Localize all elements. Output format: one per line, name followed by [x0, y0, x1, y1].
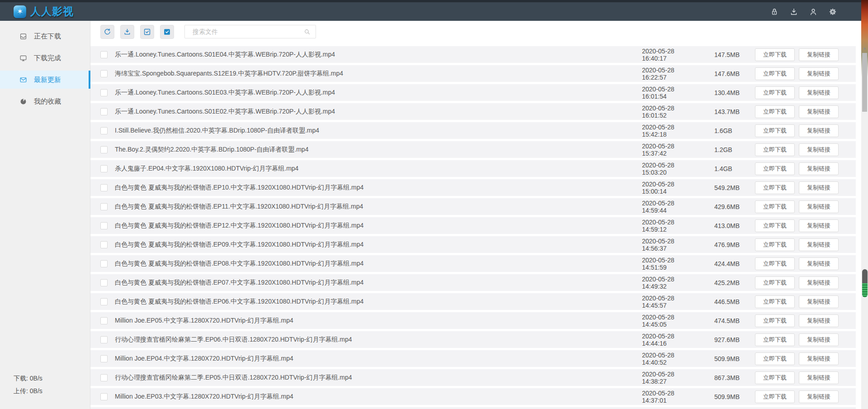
copy-link-button[interactable]: 复制链接 [799, 200, 839, 213]
copy-link-button[interactable]: 复制链接 [799, 162, 839, 175]
file-name: 白色与黄色 夏威夷与我的松饼物语.EP11.中文字幕.1920X1080.HDT… [115, 203, 642, 211]
copy-link-button[interactable]: 复制链接 [799, 390, 839, 403]
download-now-button[interactable]: 立即下载 [755, 181, 795, 194]
copy-link-button[interactable]: 复制链接 [799, 143, 839, 156]
sidebar-item-label: 正在下载 [34, 32, 61, 41]
file-row-partial [90, 407, 856, 409]
user-icon[interactable] [808, 7, 818, 17]
settings-gear-icon[interactable] [828, 7, 838, 17]
select-invert-button[interactable] [140, 25, 154, 39]
file-name: Million Joe.EP04.中文字幕.1280X720.HDTVrip-幻… [115, 355, 642, 363]
copy-link-button[interactable]: 复制链接 [799, 67, 839, 80]
download-now-button[interactable]: 立即下载 [755, 200, 795, 213]
download-now-button[interactable]: 立即下载 [755, 48, 795, 61]
download-now-button[interactable]: 立即下载 [755, 219, 795, 232]
row-checkbox[interactable] [100, 222, 108, 229]
row-actions: 立即下载 复制链接 [755, 390, 839, 403]
row-checkbox[interactable] [100, 51, 108, 58]
copy-link-button[interactable]: 复制链接 [799, 181, 839, 194]
copy-link-button[interactable]: 复制链接 [799, 295, 839, 308]
file-size: 549.2MB [714, 184, 755, 191]
select-all-button[interactable] [160, 25, 174, 39]
download-now-button[interactable]: 立即下载 [755, 333, 795, 346]
row-checkbox[interactable] [100, 336, 108, 343]
file-size: 147.5MB [714, 51, 755, 58]
green-grip-handle[interactable] [862, 269, 868, 297]
download-now-button[interactable]: 立即下载 [755, 352, 795, 365]
file-row: 乐一通.Looney.Tunes.Cartoons.S01E02.中英字幕.WE… [90, 103, 856, 120]
row-actions: 立即下载 复制链接 [755, 162, 839, 175]
row-checkbox[interactable] [100, 260, 108, 267]
download-now-button[interactable]: 立即下载 [755, 390, 795, 403]
download-now-button[interactable]: 立即下载 [755, 371, 795, 384]
download-now-button[interactable]: 立即下载 [755, 257, 795, 270]
row-checkbox[interactable] [100, 279, 108, 286]
download-now-button[interactable]: 立即下载 [755, 314, 795, 327]
file-row: 白色与黄色 夏威夷与我的松饼物语.EP10.中文字幕.1920X1080.HDT… [90, 179, 856, 196]
download-now-button[interactable]: 立即下载 [755, 238, 795, 251]
file-timestamp: 2020-05-28 14:45:05 [642, 314, 698, 328]
scrollbar-up-arrow[interactable]: ▲ [861, 46, 868, 51]
download-now-button[interactable]: 立即下载 [755, 162, 795, 175]
row-checkbox[interactable] [100, 317, 108, 324]
grip-stripes [862, 283, 868, 297]
row-checkbox[interactable] [100, 89, 108, 96]
download-now-button[interactable]: 立即下载 [755, 143, 795, 156]
download-icon[interactable] [789, 7, 799, 17]
file-size: 867.3MB [714, 374, 755, 381]
copy-link-button[interactable]: 复制链接 [799, 124, 839, 137]
download-now-button[interactable]: 立即下载 [755, 276, 795, 289]
file-size: 425.2MB [714, 279, 755, 286]
desktop-edge-strip: ▲ [861, 0, 868, 409]
row-checkbox[interactable] [100, 298, 108, 305]
copy-link-button[interactable]: 复制链接 [799, 371, 839, 384]
copy-link-button[interactable]: 复制链接 [799, 86, 839, 99]
search-icon [303, 28, 311, 36]
app-logo: ✶ 人人影视 [14, 5, 74, 19]
file-timestamp: 2020-05-28 14:59:12 [642, 219, 698, 233]
copy-link-button[interactable]: 复制链接 [799, 333, 839, 346]
file-size: 130.4MB [714, 89, 755, 96]
copy-link-button[interactable]: 复制链接 [799, 257, 839, 270]
row-checkbox[interactable] [100, 146, 108, 153]
row-checkbox[interactable] [100, 70, 108, 77]
row-checkbox[interactable] [100, 241, 108, 248]
row-checkbox[interactable] [100, 127, 108, 134]
copy-link-button[interactable]: 复制链接 [799, 314, 839, 327]
download-now-button[interactable]: 立即下载 [755, 67, 795, 80]
sidebar-item-download-complete[interactable]: 下载完成 [0, 49, 90, 67]
app-header: ✶ 人人影视 [0, 2, 861, 21]
refresh-button[interactable] [100, 25, 114, 39]
file-row: 海绵宝宝.Spongebob.Squarepants.S12E19.中英字幕HD… [90, 65, 856, 82]
copy-link-button[interactable]: 复制链接 [799, 352, 839, 365]
sidebar-item-latest-updates[interactable]: 最新更新 [0, 71, 90, 89]
sidebar-item-downloading[interactable]: 正在下载 [0, 27, 90, 45]
copy-link-button[interactable]: 复制链接 [799, 105, 839, 118]
row-checkbox[interactable] [100, 108, 108, 115]
row-actions: 立即下载 复制链接 [755, 333, 839, 346]
row-checkbox[interactable] [100, 393, 108, 400]
copy-link-button[interactable]: 复制链接 [799, 219, 839, 232]
file-name: The.Boy.2.灵偶契约2.2020.中英字幕.BDrip.1080P-自由… [115, 146, 642, 154]
scrollbar-thumb[interactable] [862, 53, 867, 112]
row-checkbox[interactable] [100, 355, 108, 362]
row-checkbox[interactable] [100, 203, 108, 210]
lock-icon[interactable] [769, 7, 779, 17]
copy-link-button[interactable]: 复制链接 [799, 276, 839, 289]
copy-link-button[interactable]: 复制链接 [799, 48, 839, 61]
sidebar-item-favorites[interactable]: 我的收藏 [0, 92, 90, 110]
file-name: I.Still.Believe.我仍然相信.2020.中英字幕.BDrip.10… [115, 127, 642, 135]
row-checkbox[interactable] [100, 374, 108, 381]
download-now-button[interactable]: 立即下载 [755, 124, 795, 137]
download-now-button[interactable]: 立即下载 [755, 105, 795, 118]
row-checkbox[interactable] [100, 165, 108, 172]
checkbox-outline-icon [143, 28, 151, 36]
search-input[interactable] [184, 25, 316, 38]
download-selected-button[interactable] [120, 25, 134, 39]
file-size: 476.9MB [714, 241, 755, 248]
file-timestamp: 2020-05-28 16:01:52 [642, 105, 698, 119]
copy-link-button[interactable]: 复制链接 [799, 238, 839, 251]
row-checkbox[interactable] [100, 184, 108, 191]
download-now-button[interactable]: 立即下载 [755, 295, 795, 308]
download-now-button[interactable]: 立即下载 [755, 86, 795, 99]
